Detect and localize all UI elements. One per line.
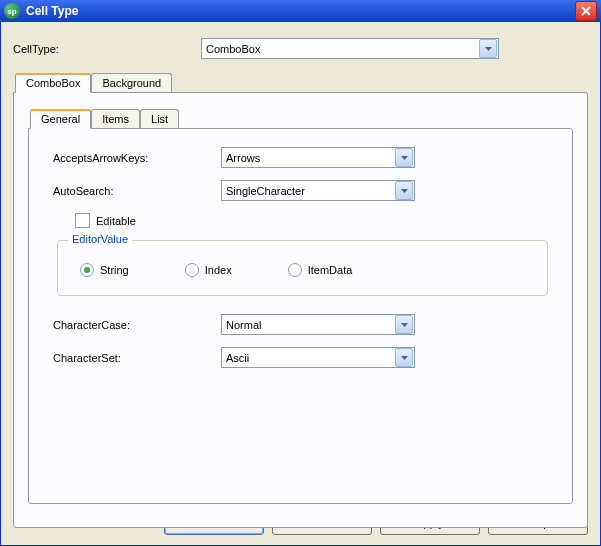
character-set-select[interactable]: Ascii: [221, 347, 415, 368]
editor-value-legend: EditorValue: [68, 233, 132, 245]
checkbox-box-icon: [75, 213, 90, 228]
chevron-down-icon: [395, 315, 413, 334]
chevron-down-icon: [395, 348, 413, 367]
editable-label: Editable: [96, 215, 136, 227]
accepts-arrow-keys-select[interactable]: Arrows: [221, 147, 415, 168]
close-button[interactable]: [575, 1, 597, 21]
title-bar: sp Cell Type: [0, 0, 601, 22]
celltype-value: ComboBox: [202, 43, 478, 55]
character-set-label: CharacterSet:: [53, 352, 221, 364]
radio-icon: [288, 263, 302, 277]
auto-search-label: AutoSearch:: [53, 185, 221, 197]
outer-tabs: ComboBox Background General Items List A…: [13, 73, 588, 528]
tab-combobox[interactable]: ComboBox: [15, 73, 91, 93]
character-case-label: CharacterCase:: [53, 319, 221, 331]
svg-marker-6: [401, 356, 408, 360]
radio-icon: [185, 263, 199, 277]
radio-string[interactable]: String: [80, 263, 129, 277]
tab-general[interactable]: General: [30, 109, 91, 129]
chevron-down-icon: [395, 181, 413, 200]
svg-marker-3: [401, 156, 408, 160]
chevron-down-icon: [479, 39, 497, 58]
character-case-select[interactable]: Normal: [221, 314, 415, 335]
close-icon: [581, 6, 591, 16]
svg-marker-2: [485, 47, 492, 51]
app-icon: sp: [4, 3, 20, 19]
tab-list[interactable]: List: [140, 109, 179, 128]
celltype-select[interactable]: ComboBox: [201, 38, 499, 59]
radio-index[interactable]: Index: [185, 263, 232, 277]
radio-icon: [80, 263, 94, 277]
svg-marker-5: [401, 323, 408, 327]
tab-items[interactable]: Items: [91, 109, 140, 128]
celltype-label: CellType:: [13, 43, 201, 55]
inner-tabs: General Items List AcceptsArrowKeys: Arr…: [28, 109, 573, 504]
accepts-arrow-keys-label: AcceptsArrowKeys:: [53, 152, 221, 164]
tab-background[interactable]: Background: [91, 73, 172, 92]
auto-search-select[interactable]: SingleCharacter: [221, 180, 415, 201]
editable-checkbox[interactable]: Editable: [75, 213, 552, 228]
editor-value-group: EditorValue String Index: [57, 240, 548, 296]
svg-marker-4: [401, 189, 408, 193]
radio-itemdata[interactable]: ItemData: [288, 263, 353, 277]
chevron-down-icon: [395, 148, 413, 167]
window-title: Cell Type: [26, 4, 78, 18]
